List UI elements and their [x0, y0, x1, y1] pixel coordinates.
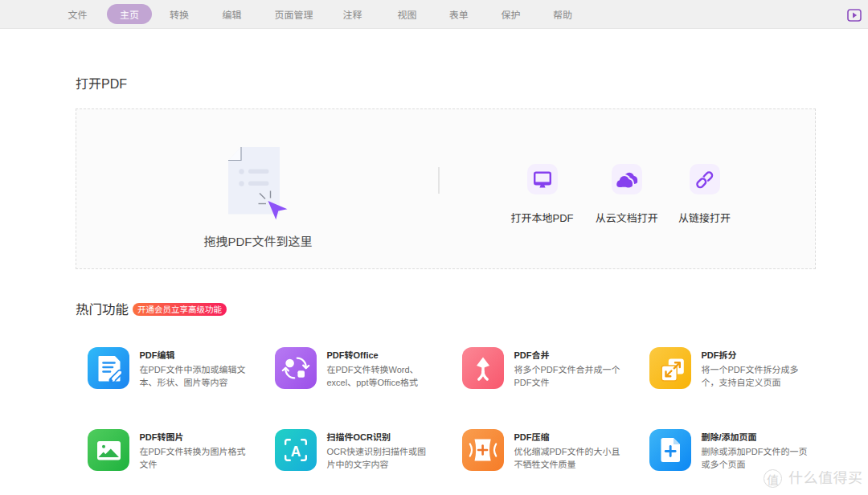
svg-text:A: A: [290, 444, 301, 460]
